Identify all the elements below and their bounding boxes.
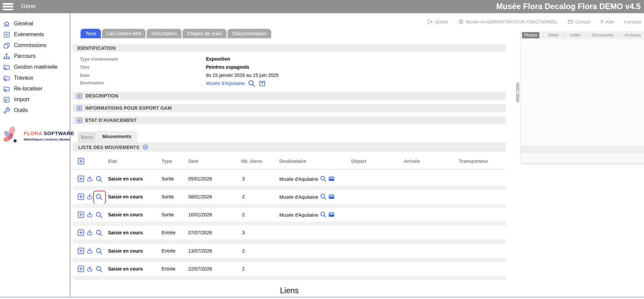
date-cell: 22/07/2026 — [188, 266, 212, 272]
section-title: DESCRIPTION — [85, 93, 119, 99]
add-icon[interactable] — [77, 175, 85, 183]
search-icon-highlighted[interactable] — [95, 193, 103, 201]
media-tab-documents[interactable]: Documents — [590, 32, 615, 38]
search-icon[interactable] — [95, 265, 103, 273]
section-description[interactable]: DESCRIPTION — [73, 92, 506, 100]
sidebar-item-travaux[interactable]: Travaux — [0, 72, 70, 83]
sidebar-item-general[interactable]: Général — [0, 18, 70, 29]
section-export-gam[interactable]: INFORMATIONS POUR EXPORT GAM — [73, 104, 506, 112]
record-card-icon[interactable] — [328, 211, 335, 218]
record-card-icon[interactable] — [328, 193, 335, 200]
import-tray-icon[interactable] — [86, 175, 93, 183]
search-icon[interactable] — [95, 211, 103, 219]
destinataire-cell: Musée d'Aquitaine — [279, 193, 335, 200]
mail-icon — [567, 19, 573, 25]
field-value: Exposition — [206, 56, 230, 62]
sidebar-item-label: Travaux — [14, 75, 33, 81]
type-cell: Sortie — [162, 212, 174, 217]
destination-link[interactable]: Musée d'Aquitaine — [206, 81, 245, 86]
search-icon[interactable] — [95, 247, 103, 255]
add-icon[interactable] — [77, 229, 85, 236]
nb-biens-cell: 2 — [242, 266, 245, 272]
add-movement-icon[interactable] — [143, 144, 148, 150]
aide-link[interactable]: ? Aide — [600, 19, 614, 25]
tab-divider — [543, 33, 543, 38]
row-separator — [73, 204, 506, 208]
search-icon[interactable] — [95, 175, 103, 183]
a-propos-link[interactable]: A propos — [624, 19, 641, 24]
import-tray-icon[interactable] — [86, 193, 93, 200]
search-icon[interactable] — [95, 229, 103, 237]
add-icon[interactable] — [77, 247, 85, 255]
etat-cell: Saisie en cours — [108, 248, 143, 254]
tab-lieu-dates-mvt[interactable]: Lieu-Dates-Mvt — [102, 29, 146, 38]
import-tray-icon[interactable] — [86, 247, 93, 255]
sidebar-item-evenements[interactable]: Evènements — [0, 29, 70, 40]
user-account-link[interactable]: Musée v4 ADMINISTRATEUR FONCTIONNEL — [458, 19, 558, 25]
date-cell: 13/07/2026 — [188, 248, 212, 254]
sidebar-item-commissions[interactable]: Commissions — [0, 40, 70, 51]
media-tab-archives[interactable]: Archives — [622, 32, 643, 38]
subtab-mouvements[interactable]: Mouvements — [96, 131, 137, 143]
import-tray-icon[interactable] — [86, 229, 93, 236]
nb-biens-cell: 3 — [242, 176, 245, 181]
type-cell: Sortie — [162, 176, 174, 181]
subtab-biens[interactable]: Biens — [78, 132, 96, 143]
sidebar-item-parcours[interactable]: Parcours — [0, 51, 70, 62]
open-record-icon[interactable] — [258, 80, 266, 87]
app-title: Musée Flora Decalog Flora DEMO v4.5 — [496, 2, 641, 11]
logout-icon — [427, 19, 433, 25]
media-tab-video[interactable]: Vidéo — [568, 32, 583, 38]
media-panel: Photos Biblio Vidéo Documents Archives — [520, 31, 644, 164]
copy-icon — [3, 42, 10, 49]
media-tab-biblio[interactable]: Biblio — [546, 32, 561, 38]
type-cell: Sortie — [162, 194, 174, 199]
date-cell: 05/01/2026 — [188, 176, 212, 181]
search-icon[interactable] — [248, 79, 256, 87]
media-panel-body — [521, 39, 644, 146]
sidebar-item-import[interactable]: Import — [0, 94, 70, 105]
add-icon[interactable] — [77, 265, 85, 273]
search-icon[interactable] — [320, 211, 327, 218]
record-tabs: Tous Lieu-Dates-Mvt Description Etapes d… — [81, 29, 271, 38]
tab-divider — [619, 33, 619, 38]
tab-etapes-de-suivi[interactable]: Etapes de suivi — [183, 29, 227, 38]
contact-link[interactable]: Contact — [567, 19, 591, 25]
movements-table-header: Etat Type Date Nb. biens Destinataire Dé… — [73, 157, 506, 166]
hamburger-menu-icon[interactable] — [3, 3, 13, 10]
row-separator — [73, 276, 506, 280]
import-tray-icon[interactable] — [86, 265, 93, 273]
etat-cell: Saisie en cours — [108, 212, 143, 217]
column-header: Départ — [351, 158, 366, 164]
panel-collapse-handle[interactable] — [516, 82, 519, 103]
event-box-icon — [3, 31, 10, 38]
add-icon[interactable] — [77, 193, 85, 200]
column-header: Nb. biens — [241, 158, 262, 164]
expand-icon[interactable] — [77, 93, 82, 99]
column-header: Destinataire — [279, 158, 306, 164]
movement-row: Saisie en cours Entrée 13/07/2026 2 — [73, 247, 506, 255]
add-icon[interactable] — [77, 211, 85, 218]
add-row-icon[interactable] — [77, 157, 85, 165]
expand-icon[interactable] — [77, 105, 82, 111]
flora-butterfly-icon — [2, 126, 23, 146]
record-card-icon[interactable] — [328, 175, 335, 182]
sidebar-item-relocaliser[interactable]: Re-localiser — [0, 83, 70, 94]
search-icon[interactable] — [320, 193, 327, 200]
tab-description[interactable]: Description — [147, 29, 181, 38]
tab-documentation[interactable]: Documentation — [228, 29, 271, 38]
tab-tous[interactable]: Tous — [81, 29, 101, 38]
home-icon — [3, 20, 10, 27]
section-etat-avancement[interactable]: ETAT D'AVANCEMENT — [73, 116, 506, 124]
date-cell: 10/01/2026 — [188, 212, 212, 217]
import-tray-icon[interactable] — [86, 211, 93, 218]
wrench-icon — [3, 107, 10, 114]
nb-biens-cell: 3 — [242, 230, 245, 235]
quitter-link[interactable]: Quitter — [427, 19, 448, 25]
destinataire-value: Musée d'Aquitaine — [279, 211, 318, 218]
sidebar-item-outils[interactable]: Outils — [0, 105, 70, 116]
sidebar-item-gestion-materielle[interactable]: Gestion matérielle — [0, 62, 70, 72]
media-tab-photos[interactable]: Photos — [522, 32, 539, 38]
expand-icon[interactable] — [77, 118, 82, 123]
search-icon[interactable] — [320, 175, 327, 182]
